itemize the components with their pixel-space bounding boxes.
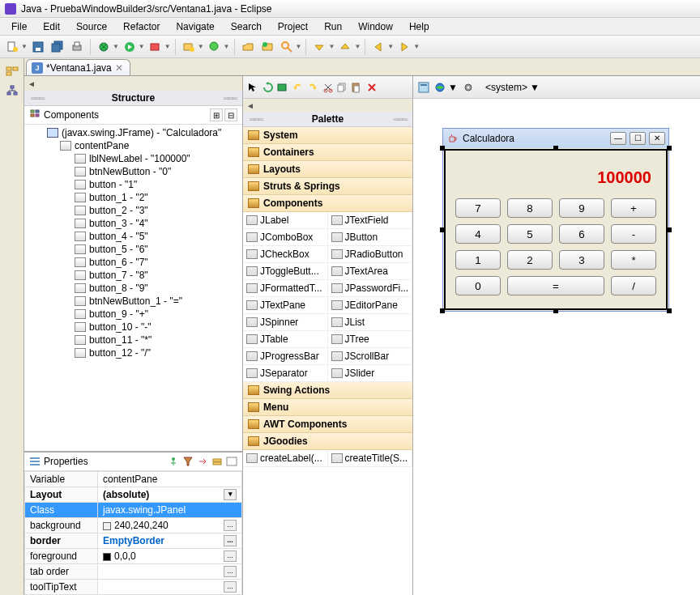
tree-item[interactable]: button_1 - "2": [24, 191, 242, 204]
minimize-button[interactable]: —: [610, 132, 626, 145]
property-row[interactable]: VariablecontentPane: [25, 472, 242, 487]
calc-button-8[interactable]: 8: [507, 198, 553, 218]
menu-run[interactable]: Run: [316, 19, 350, 34]
tree-item[interactable]: button_2 - "3": [24, 204, 242, 217]
calc-button-4[interactable]: 4: [455, 224, 501, 244]
palette-category[interactable]: Menu: [243, 399, 412, 416]
search-button[interactable]: [278, 38, 296, 56]
palette-item[interactable]: JToggleButt...: [243, 263, 328, 280]
palette-item[interactable]: JSeparator: [243, 365, 328, 382]
menu-navigate[interactable]: Navigate: [168, 19, 222, 34]
property-row[interactable]: Layout(absolute)▾: [25, 487, 242, 503]
maximize-button[interactable]: ☐: [630, 132, 646, 145]
open-task-button[interactable]: [258, 38, 276, 56]
annotation-prev-button[interactable]: [310, 38, 328, 56]
property-edit-button[interactable]: ...: [224, 566, 237, 577]
cut-button[interactable]: [322, 82, 334, 93]
palette-category[interactable]: Swing Actions: [243, 382, 412, 399]
design-canvas[interactable]: ▼ <system> ▼ Calculadora: [413, 76, 700, 595]
property-edit-button[interactable]: ...: [224, 550, 237, 562]
calc-button-6[interactable]: 6: [559, 224, 604, 244]
tree-item[interactable]: btnNewButton_1 - "=": [24, 295, 242, 308]
tab-left-arrow[interactable]: ◄: [28, 79, 36, 88]
palette-item[interactable]: JPasswordFi...: [328, 280, 413, 297]
calc-button--[interactable]: -: [611, 224, 656, 244]
editor-tab-ventana1[interactable]: J *Ventana1.java ✕: [26, 59, 130, 75]
collapse-all-button[interactable]: ⊟: [224, 108, 237, 121]
menu-search[interactable]: Search: [223, 19, 270, 34]
palette-item[interactable]: JComboBox: [243, 229, 328, 246]
calc-button-=[interactable]: =: [507, 276, 604, 295]
palette-category[interactable]: JGoodies: [243, 433, 412, 450]
palette-item[interactable]: JTable: [243, 331, 328, 348]
palette-category[interactable]: System: [243, 127, 412, 144]
palette-item[interactable]: JTextField: [328, 212, 413, 229]
tree-item[interactable]: button_5 - "6": [24, 243, 242, 256]
structure-header[interactable]: ═══ Structure ═══: [24, 91, 242, 106]
palette-item[interactable]: JCheckBox: [243, 246, 328, 263]
filter-button[interactable]: [182, 456, 194, 467]
save-button[interactable]: [29, 38, 47, 56]
resize-handle[interactable]: [667, 308, 672, 313]
resize-handle[interactable]: [440, 146, 445, 151]
dropdown-arrow-icon[interactable]: ▼: [113, 43, 119, 50]
palette-category[interactable]: Layouts: [243, 161, 412, 178]
property-edit-button[interactable]: ...: [224, 535, 237, 546]
calculator-window[interactable]: Calculadora — ☐ ✕ 100000 789+: [442, 128, 669, 312]
dropdown-arrow-icon[interactable]: ▼: [198, 43, 204, 50]
undo-button[interactable]: [292, 82, 304, 93]
resize-handle[interactable]: [440, 227, 445, 232]
dropdown-arrow-icon[interactable]: ▼: [354, 43, 361, 50]
palette-item[interactable]: JRadioButton: [328, 246, 413, 263]
tree-item[interactable]: button_11 - "*": [24, 334, 242, 346]
property-row[interactable]: borderEmptyBorder...: [25, 533, 242, 549]
new-type-button[interactable]: [206, 38, 224, 56]
palette-item[interactable]: JSlider: [328, 365, 413, 382]
property-dropdown-button[interactable]: ▾: [224, 489, 237, 500]
palette-item[interactable]: createLabel(...: [243, 450, 328, 467]
palette-item[interactable]: JList: [328, 314, 413, 331]
run-ext-button[interactable]: [147, 38, 164, 56]
tree-item[interactable]: lblNewLabel - "100000": [24, 152, 242, 165]
tree-item[interactable]: button_12 - "/": [24, 346, 242, 359]
palette-item[interactable]: createTitle(S...: [328, 450, 413, 467]
selection-tool[interactable]: [246, 82, 258, 93]
property-row[interactable]: foreground0,0,0...: [25, 549, 242, 564]
annotation-next-button[interactable]: [336, 38, 354, 56]
palette-header[interactable]: ═══ Palette ═══: [243, 112, 412, 127]
paste-button[interactable]: [350, 82, 361, 93]
refresh-button[interactable]: [262, 82, 274, 93]
palette-item[interactable]: JFormattedT...: [243, 280, 328, 297]
tree-item[interactable]: button_7 - "8": [24, 269, 242, 282]
tree-item[interactable]: button_6 - "7": [24, 256, 242, 269]
dropdown-arrow-icon[interactable]: ▼: [413, 43, 420, 50]
tree-item[interactable]: button_10 - "-": [24, 321, 242, 334]
resize-handle[interactable]: [440, 308, 445, 313]
property-row[interactable]: toolTipText...: [25, 580, 242, 595]
calc-button-3[interactable]: 3: [559, 250, 604, 270]
property-edit-button[interactable]: ...: [224, 581, 237, 593]
tree-item[interactable]: button_4 - "5": [24, 230, 242, 243]
property-row[interactable]: background240,240,240...: [25, 518, 242, 533]
palette-item[interactable]: JTextArea: [328, 263, 413, 280]
tree-item[interactable]: button - "1": [24, 178, 242, 191]
run-button[interactable]: [121, 38, 139, 56]
property-row[interactable]: tab order...: [25, 564, 242, 580]
resize-handle[interactable]: [667, 227, 672, 232]
dropdown-arrow-icon[interactable]: ▼: [21, 43, 28, 50]
palette-item[interactable]: JButton: [328, 229, 413, 246]
menu-edit[interactable]: Edit: [35, 19, 68, 34]
palette-item[interactable]: JLabel: [243, 212, 328, 229]
property-edit-button[interactable]: ...: [224, 520, 237, 531]
menu-refactor[interactable]: Refactor: [115, 19, 168, 34]
system-selector[interactable]: <system> ▼: [481, 79, 544, 96]
dropdown-arrow-icon[interactable]: ▼: [387, 43, 394, 50]
calc-button-*[interactable]: *: [611, 250, 656, 270]
close-icon[interactable]: ✕: [115, 62, 123, 74]
resize-handle[interactable]: [553, 146, 558, 151]
dropdown-arrow-icon[interactable]: ▼: [139, 43, 145, 50]
palette-item[interactable]: JTextPane: [243, 297, 328, 314]
tree-item[interactable]: button_3 - "4": [24, 217, 242, 230]
palette-item[interactable]: JTree: [328, 331, 413, 348]
properties-table[interactable]: VariablecontentPaneLayout(absolute)▾Clas…: [24, 471, 242, 595]
